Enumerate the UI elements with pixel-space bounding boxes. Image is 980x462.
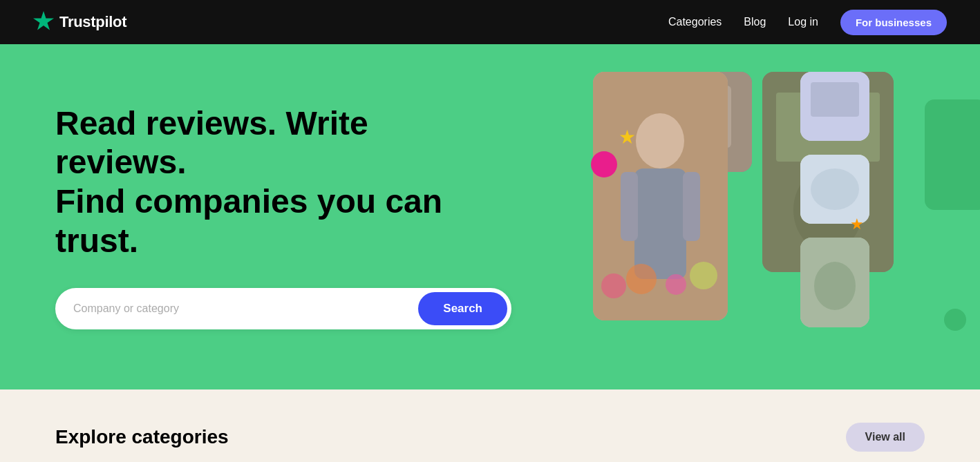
svg-rect-17 [811,82,859,117]
svg-rect-9 [634,169,686,279]
nav-blog-link[interactable]: Blog [744,16,766,28]
svg-point-19 [811,169,859,210]
hero-content: Read reviews. Write reviews. Find compan… [55,104,470,330]
hero-img-3 [800,72,869,141]
hero-img-5 [800,238,869,327]
search-button[interactable]: Search [418,292,507,325]
hero-section: Read reviews. Write reviews. Find compan… [0,44,980,389]
navbar: Trustpilot Categories Blog Log in For bu… [0,0,980,44]
svg-point-8 [636,113,684,169]
nav-categories-link[interactable]: Categories [668,16,722,28]
trustpilot-star-icon [33,11,54,34]
navbar-right: Categories Blog Log in For businesses [668,10,947,35]
svg-point-15 [690,262,717,289]
hero-img-main [593,72,728,320]
hero-img-4 [800,155,869,224]
hero-title: Read reviews. Write reviews. Find compan… [55,104,470,261]
search-bar: Search [55,288,511,329]
for-businesses-button[interactable]: For businesses [840,10,947,35]
svg-point-12 [601,273,626,298]
nav-login-link[interactable]: Log in [788,16,818,28]
hero-image-collage [593,72,980,369]
search-input[interactable] [57,289,415,328]
deco-star-yellow-icon: ★ [619,126,636,148]
deco-circle-pink [591,151,617,177]
svg-marker-0 [33,11,54,30]
deco-circle-green [944,309,966,331]
svg-rect-11 [683,172,700,241]
logo-text: Trustpilot [59,13,126,31]
svg-rect-10 [621,172,638,241]
svg-point-13 [626,264,657,294]
categories-section: Explore categories View all Bank [0,389,980,462]
categories-header: Explore categories View all [55,423,925,452]
view-all-button[interactable]: View all [846,423,925,452]
svg-point-21 [814,262,856,310]
svg-point-14 [666,274,686,295]
categories-title: Explore categories [55,426,229,448]
deco-star-orange-icon: ★ [850,215,864,233]
logo[interactable]: Trustpilot [33,11,126,34]
